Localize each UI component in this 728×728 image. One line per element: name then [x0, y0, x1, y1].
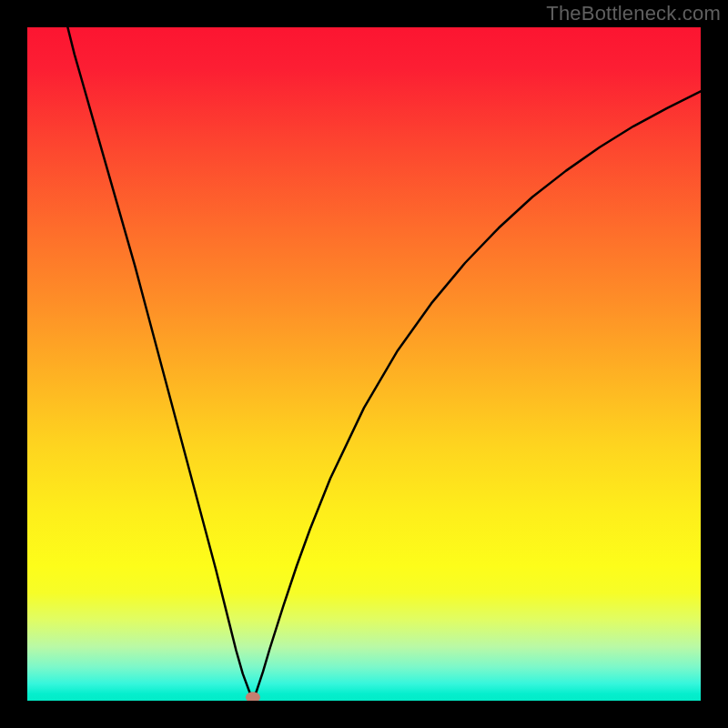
- watermark-text: TheBottleneck.com: [546, 2, 721, 25]
- min-marker: [246, 692, 260, 701]
- chart-frame: TheBottleneck.com: [0, 0, 728, 728]
- plot-area: [27, 27, 701, 701]
- chart-svg: [27, 27, 701, 701]
- bottleneck-curve: [67, 27, 701, 699]
